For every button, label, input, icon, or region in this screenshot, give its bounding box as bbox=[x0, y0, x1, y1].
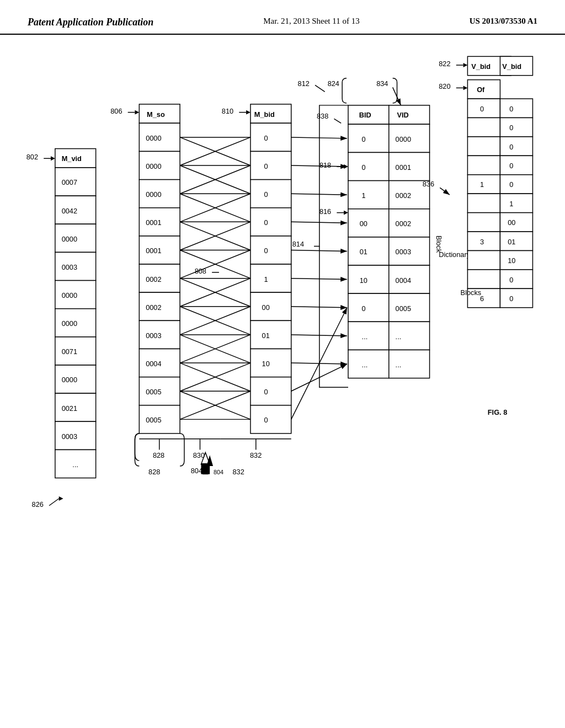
svg-text:V_bid: V_bid bbox=[502, 62, 521, 71]
svg-text:0007: 0007 bbox=[62, 178, 77, 186]
svg-rect-192 bbox=[500, 213, 532, 232]
svg-marker-28 bbox=[59, 496, 63, 501]
svg-text:0000: 0000 bbox=[146, 190, 161, 199]
svg-rect-180 bbox=[500, 99, 532, 117]
svg-text:0003: 0003 bbox=[146, 331, 161, 340]
label-816: 816 bbox=[319, 207, 331, 216]
svg-marker-220 bbox=[206, 455, 213, 466]
svg-text:0005: 0005 bbox=[146, 388, 161, 396]
svg-text:1: 1 bbox=[509, 200, 513, 208]
svg-rect-173 bbox=[467, 250, 500, 269]
svg-text:0000: 0000 bbox=[146, 134, 161, 142]
fig-label: FIG. 8 bbox=[488, 408, 507, 416]
label-834: 834 bbox=[376, 79, 388, 88]
vbid-header: V_bid bbox=[471, 62, 491, 71]
svg-marker-117 bbox=[344, 211, 348, 215]
svg-marker-3 bbox=[51, 156, 55, 160]
label-810: 810 bbox=[222, 107, 233, 115]
svg-text:0: 0 bbox=[509, 180, 513, 189]
svg-rect-125 bbox=[348, 209, 389, 237]
svg-text:...: ... bbox=[362, 333, 368, 341]
svg-text:0000: 0000 bbox=[62, 235, 77, 243]
svg-rect-60 bbox=[250, 123, 291, 151]
svg-rect-188 bbox=[500, 175, 532, 194]
label-812: 812 bbox=[298, 79, 310, 88]
svg-text:Dictionary: Dictionary bbox=[439, 250, 470, 259]
svg-line-209 bbox=[291, 279, 347, 280]
svg-text:...: ... bbox=[72, 461, 78, 469]
svg-line-208 bbox=[291, 250, 347, 251]
svg-rect-170 bbox=[467, 213, 500, 232]
svg-rect-131 bbox=[348, 293, 389, 322]
svg-text:...: ... bbox=[396, 361, 402, 369]
svg-rect-76 bbox=[250, 349, 291, 377]
label-824: 824 bbox=[328, 79, 339, 88]
svg-rect-68 bbox=[250, 236, 291, 264]
label-820: 820 bbox=[439, 82, 450, 90]
svg-text:0: 0 bbox=[264, 416, 268, 424]
svg-text:0001: 0001 bbox=[146, 247, 161, 255]
svg-text:0000: 0000 bbox=[396, 135, 411, 143]
svg-text:0: 0 bbox=[264, 247, 268, 255]
label-826: 826 bbox=[32, 500, 44, 508]
svg-text:01: 01 bbox=[262, 331, 270, 340]
page-header: Patent Application Publication Mar. 21, … bbox=[0, 0, 565, 35]
svg-text:0003: 0003 bbox=[62, 432, 77, 441]
svg-text:3: 3 bbox=[480, 238, 484, 246]
svg-rect-66 bbox=[250, 208, 291, 236]
svg-text:0: 0 bbox=[362, 135, 366, 143]
header-left: Patent Application Publication bbox=[28, 17, 153, 28]
svg-text:0: 0 bbox=[264, 134, 268, 142]
svg-line-27 bbox=[49, 499, 59, 506]
svg-marker-160 bbox=[463, 85, 468, 90]
svg-text:830: 830 bbox=[193, 451, 205, 459]
svg-line-115 bbox=[334, 119, 341, 123]
svg-rect-139 bbox=[389, 105, 430, 124]
svg-text:0001: 0001 bbox=[146, 218, 161, 227]
svg-rect-194 bbox=[500, 232, 532, 250]
svg-text:1: 1 bbox=[264, 275, 268, 283]
svg-rect-166 bbox=[467, 156, 500, 174]
svg-rect-121 bbox=[348, 152, 389, 180]
diagram-area: text { font-family: Arial, sans-serif; f… bbox=[0, 35, 565, 697]
svg-marker-30 bbox=[135, 110, 139, 115]
label-818: 818 bbox=[319, 161, 331, 169]
svg-text:0: 0 bbox=[264, 218, 268, 227]
svg-line-207 bbox=[291, 222, 347, 223]
svg-rect-165 bbox=[467, 137, 500, 156]
svg-text:0001: 0001 bbox=[396, 163, 411, 172]
svg-text:0000: 0000 bbox=[62, 319, 77, 328]
svg-text:...: ... bbox=[396, 333, 402, 341]
svg-text:0: 0 bbox=[509, 124, 513, 132]
svg-rect-80 bbox=[250, 405, 291, 433]
svg-rect-164 bbox=[467, 117, 500, 136]
svg-text:10: 10 bbox=[360, 276, 367, 285]
label-804: 804 bbox=[191, 467, 202, 475]
svg-text:00: 00 bbox=[262, 303, 270, 312]
svg-line-205 bbox=[291, 165, 347, 167]
svg-text:0002: 0002 bbox=[146, 275, 161, 283]
svg-rect-129 bbox=[348, 265, 389, 293]
svg-text:...: ... bbox=[362, 361, 368, 369]
blocks-label: Blocks bbox=[461, 288, 482, 297]
svg-rect-74 bbox=[250, 320, 291, 349]
svg-text:10: 10 bbox=[262, 360, 270, 368]
svg-rect-200 bbox=[500, 288, 532, 307]
vid-header: VID bbox=[397, 111, 409, 119]
svg-text:0: 0 bbox=[509, 276, 513, 284]
svg-text:828: 828 bbox=[153, 451, 164, 459]
mvid-header: M_vid bbox=[62, 154, 82, 163]
label-822: 822 bbox=[439, 60, 450, 68]
svg-rect-119 bbox=[348, 124, 389, 152]
svg-text:00: 00 bbox=[360, 220, 367, 228]
svg-rect-70 bbox=[250, 264, 291, 292]
svg-text:0003: 0003 bbox=[62, 263, 77, 271]
svg-rect-174 bbox=[467, 270, 500, 288]
svg-text:0: 0 bbox=[480, 105, 484, 113]
svg-text:0005: 0005 bbox=[396, 304, 411, 313]
svg-text:0003: 0003 bbox=[396, 248, 411, 256]
svg-text:0021: 0021 bbox=[62, 404, 77, 413]
svg-text:0000: 0000 bbox=[62, 291, 77, 299]
svg-text:0002: 0002 bbox=[396, 220, 411, 228]
svg-rect-196 bbox=[500, 250, 532, 269]
